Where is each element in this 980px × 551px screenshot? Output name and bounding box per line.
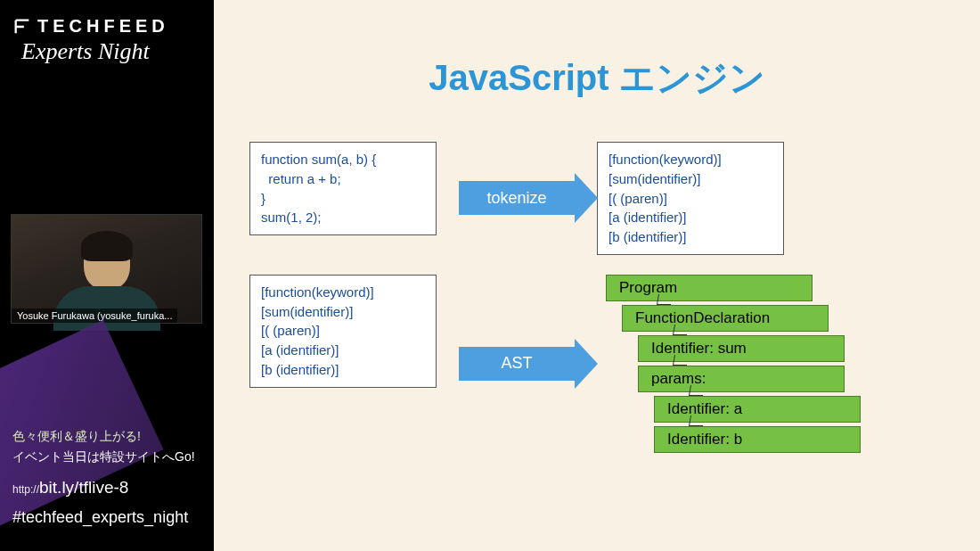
token-line: [b (identifier)] (261, 360, 425, 380)
ast-node: Identifier: b (654, 426, 861, 453)
ast-node-wrap: params: (638, 366, 861, 392)
ast-node-wrap: FunctionDeclaration (622, 305, 861, 332)
arrow-ast: AST (459, 347, 575, 381)
ast-node: Program (606, 275, 813, 301)
promo-line-1: 色々便利＆盛り上がる! (12, 426, 195, 448)
brand-text: TECHFEED (37, 16, 169, 37)
sidebar: TECHFEED Experts Night Yosuke Furukawa (… (0, 0, 214, 551)
speaker-name-overlay: Yosuke Furukawa (yosuke_furuka... (12, 308, 177, 323)
slide-title: JavaScript エンジン (249, 53, 944, 103)
ast-node: Identifier: a (654, 396, 861, 423)
tokens-box-2: [function(keyword)][sum(identifier)][( (… (249, 275, 437, 388)
row-tokenize: function sum(a, b) { return a + b;}sum(1… (249, 142, 944, 255)
logo-f-icon (12, 17, 32, 37)
token-line: [sum(identifier)] (608, 169, 772, 189)
promo-url[interactable]: http://bit.ly/tflive-8 (12, 473, 195, 502)
ast-node-wrap: Identifier: sum (638, 335, 861, 362)
row-ast: [function(keyword)][sum(identifier)][( (… (249, 275, 944, 453)
webcam-feed: Yosuke Furukawa (yosuke_furuka... (11, 214, 202, 324)
ast-node: Identifier: sum (638, 335, 845, 362)
url-protocol: http:// (12, 483, 39, 496)
tree-connector (657, 294, 673, 305)
arrow-tokenize-label: tokenize (486, 189, 546, 208)
promo-line-2: イベント当日は特設サイトへGo! (12, 447, 195, 468)
promo-block: 色々便利＆盛り上がる! イベント当日は特設サイトへGo! http://bit.… (12, 426, 195, 531)
arrow-ast-label: AST (501, 354, 532, 373)
ast-node: params: (638, 366, 845, 392)
ast-node-wrap: Identifier: b (654, 426, 861, 453)
tree-connector (689, 385, 705, 396)
tree-connector (689, 415, 705, 426)
code-line: } (261, 189, 425, 209)
tree-connector (673, 325, 689, 335)
arrow-ast-wrap: AST (445, 339, 588, 389)
token-line: [function(keyword)] (261, 283, 425, 302)
code-line: sum(1, 2); (261, 208, 425, 227)
source-code-box: function sum(a, b) { return a + b;}sum(1… (249, 142, 437, 235)
url-slug: bit.ly/tflive-8 (39, 478, 128, 497)
tokens-box-1: [function(keyword)][sum(identifier)][( (… (597, 142, 784, 255)
token-line: [a (identifier)] (261, 341, 425, 360)
code-line: function sum(a, b) { (261, 150, 425, 169)
arrow-tokenize-wrap: tokenize (445, 173, 588, 223)
tree-connector (673, 355, 689, 366)
token-line: [( (paren)] (608, 189, 772, 209)
logo-area: TECHFEED Experts Night (0, 0, 214, 70)
hashtag: #techfeed_experts_night (12, 504, 195, 531)
arrow-tokenize: tokenize (459, 181, 575, 215)
code-line: return a + b; (261, 169, 425, 189)
ast-node-wrap: Identifier: a (654, 396, 861, 423)
brand-logo: TECHFEED (12, 16, 201, 37)
ast-tree: ProgramFunctionDeclarationIdentifier: su… (597, 275, 861, 453)
token-line: [sum(identifier)] (261, 302, 425, 322)
token-line: [( (paren)] (261, 321, 425, 341)
token-line: [a (identifier)] (608, 208, 772, 227)
token-line: [function(keyword)] (608, 150, 772, 169)
tagline: Experts Night (12, 38, 201, 65)
token-line: [b (identifier)] (608, 227, 772, 247)
slide: JavaScript エンジン function sum(a, b) { ret… (214, 0, 980, 551)
ast-node-wrap: Program (606, 275, 861, 301)
ast-node: FunctionDeclaration (622, 305, 829, 332)
